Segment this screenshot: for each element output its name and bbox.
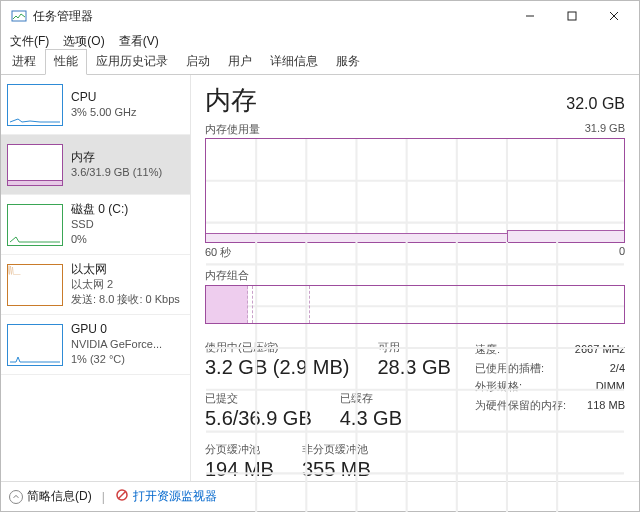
ethernet-thumb bbox=[7, 264, 63, 306]
sidebar-item-label: 磁盘 0 (C:) SSD 0% bbox=[71, 202, 128, 247]
sidebar-item-label: 内存 3.6/31.9 GB (11%) bbox=[71, 150, 162, 180]
disk-thumb bbox=[7, 204, 63, 246]
tab-processes[interactable]: 进程 bbox=[3, 49, 45, 75]
app-icon bbox=[11, 8, 27, 24]
tab-users[interactable]: 用户 bbox=[219, 49, 261, 75]
sidebar-item-label: GPU 0 NVIDIA GeForce... 1% (32 °C) bbox=[71, 322, 162, 367]
minimize-button[interactable] bbox=[509, 2, 551, 30]
memory-thumb bbox=[7, 144, 63, 186]
usage-chart-label: 内存使用量 bbox=[205, 122, 260, 137]
cpu-thumb bbox=[7, 84, 63, 126]
sidebar-item-gpu[interactable]: GPU 0 NVIDIA GeForce... 1% (32 °C) bbox=[1, 315, 190, 375]
sidebar-item-disk[interactable]: 磁盘 0 (C:) SSD 0% bbox=[1, 195, 190, 255]
body: CPU 3% 5.00 GHz 内存 3.6/31.9 GB (11%) bbox=[1, 75, 639, 481]
usage-chart-max: 31.9 GB bbox=[585, 122, 625, 137]
window-title: 任务管理器 bbox=[33, 8, 509, 25]
chevron-up-icon bbox=[9, 490, 23, 504]
menu-view[interactable]: 查看(V) bbox=[116, 32, 162, 51]
titlebar[interactable]: 任务管理器 bbox=[1, 1, 639, 31]
tab-details[interactable]: 详细信息 bbox=[261, 49, 327, 75]
fewer-details-button[interactable]: 简略信息(D) bbox=[9, 488, 92, 505]
sidebar-item-label: CPU 3% 5.00 GHz bbox=[71, 90, 136, 120]
menu-file[interactable]: 文件(F) bbox=[7, 32, 52, 51]
memory-usage-chart[interactable] bbox=[205, 138, 625, 243]
sidebar-item-ethernet[interactable]: 以太网 以太网 2 发送: 8.0 接收: 0 Kbps bbox=[1, 255, 190, 315]
sidebar-item-cpu[interactable]: CPU 3% 5.00 GHz bbox=[1, 75, 190, 135]
tab-services[interactable]: 服务 bbox=[327, 49, 369, 75]
total-memory: 32.0 GB bbox=[566, 95, 625, 113]
open-resmon-link[interactable]: 打开资源监视器 bbox=[115, 488, 217, 505]
tab-startup[interactable]: 启动 bbox=[177, 49, 219, 75]
sidebar-item-label: 以太网 以太网 2 发送: 8.0 接收: 0 Kbps bbox=[71, 262, 180, 307]
main-panel: 内存 32.0 GB 内存使用量 31.9 GB 60 秒 0 bbox=[191, 75, 639, 481]
comp-in-use bbox=[206, 286, 248, 323]
sidebar-item-memory[interactable]: 内存 3.6/31.9 GB (11%) bbox=[1, 135, 190, 195]
usage-step bbox=[507, 230, 624, 242]
tab-performance[interactable]: 性能 bbox=[45, 49, 87, 75]
task-manager-window: 任务管理器 文件(F) 选项(O) 查看(V) 进程 性能 应用历史记录 启动 … bbox=[0, 0, 640, 512]
window-buttons bbox=[509, 2, 635, 30]
gpu-thumb bbox=[7, 324, 63, 366]
separator: | bbox=[102, 490, 105, 504]
tabbar: 进程 性能 应用历史记录 启动 用户 详细信息 服务 bbox=[1, 51, 639, 75]
resmon-icon bbox=[115, 488, 129, 505]
menubar: 文件(F) 选项(O) 查看(V) bbox=[1, 31, 639, 51]
maximize-button[interactable] bbox=[551, 2, 593, 30]
page-title: 内存 bbox=[205, 83, 257, 118]
memory-composition-chart[interactable] bbox=[205, 285, 625, 324]
close-button[interactable] bbox=[593, 2, 635, 30]
comp-free bbox=[310, 286, 624, 323]
menu-options[interactable]: 选项(O) bbox=[60, 32, 107, 51]
sidebar: CPU 3% 5.00 GHz 内存 3.6/31.9 GB (11%) bbox=[1, 75, 191, 481]
svg-rect-2 bbox=[568, 12, 576, 20]
svg-line-22 bbox=[118, 491, 126, 499]
comp-standby bbox=[253, 286, 309, 323]
tab-app-history[interactable]: 应用历史记录 bbox=[87, 49, 177, 75]
